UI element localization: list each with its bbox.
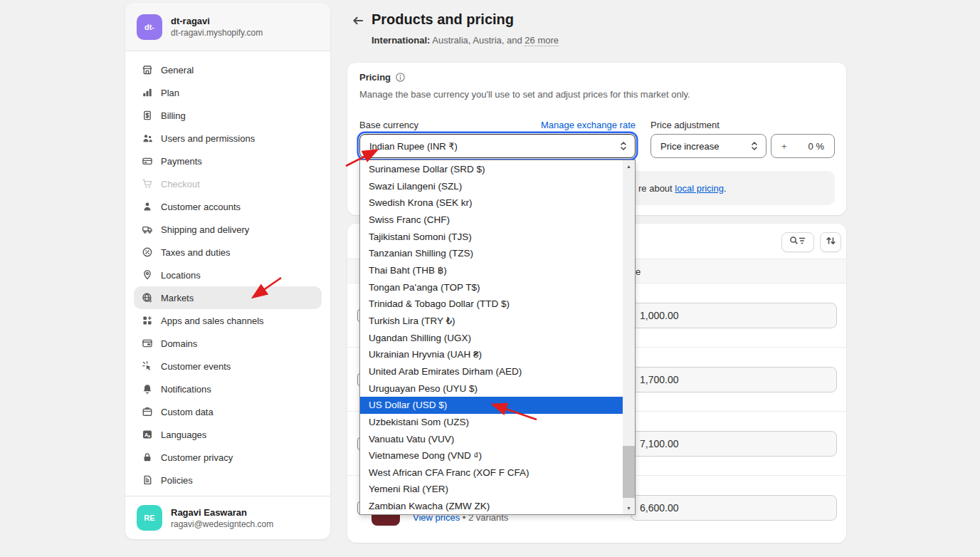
sidebar-item-label: Policies xyxy=(161,475,193,486)
apps-grid-icon xyxy=(141,315,154,326)
scrollbar-thumb[interactable] xyxy=(623,446,635,498)
manage-exchange-rate-link[interactable]: Manage exchange rate xyxy=(541,120,636,130)
map-pin-icon xyxy=(141,269,154,281)
currency-option[interactable]: Vietnamese Dong (VND ₫) xyxy=(360,447,623,464)
store-name: dt-ragavi xyxy=(171,16,263,26)
truck-icon xyxy=(141,224,154,235)
sidebar-item-shipping-and-delivery[interactable]: Shipping and delivery xyxy=(134,218,322,241)
sidebar-item-billing[interactable]: Billing xyxy=(134,104,322,127)
sidebar-item-taxes-and-duties[interactable]: Taxes and duties xyxy=(134,241,322,264)
page-title: Products and pricing xyxy=(372,11,514,28)
sidebar-item-label: Languages xyxy=(161,430,206,440)
currency-option[interactable]: Zambian Kwacha (ZMW ZK) xyxy=(360,498,623,514)
users-icon xyxy=(141,132,154,144)
sidebar-item-domains[interactable]: Domains xyxy=(134,332,322,355)
pricing-title-text: Pricing xyxy=(359,72,391,83)
data-box-icon xyxy=(141,406,154,417)
price-input[interactable]: 1,700.00 xyxy=(631,367,837,392)
percent-prefix: + xyxy=(781,141,787,152)
translate-icon: Aa xyxy=(141,429,154,440)
currency-option[interactable]: Uruguayan Peso (UYU $) xyxy=(360,380,623,397)
currency-option[interactable]: Surinamese Dollar (SRD $) xyxy=(360,161,623,178)
document-icon xyxy=(141,474,154,486)
currency-option[interactable]: Ugandan Shilling (UGX) xyxy=(360,330,623,347)
currency-option[interactable]: Vanuatu Vatu (VUV) xyxy=(360,431,623,448)
billing-icon xyxy=(141,110,154,121)
currency-option[interactable]: Swiss Franc (CHF) xyxy=(360,212,623,229)
currency-option[interactable]: Trinidad & Tobago Dollar (TTD $) xyxy=(360,296,623,313)
base-currency-value: Indian Rupee (INR ₹) xyxy=(369,141,458,152)
currency-option[interactable]: West African CFA Franc (XOF F CFA) xyxy=(360,464,623,481)
payments-icon xyxy=(141,155,154,167)
currency-option[interactable]: Swazi Lilangeni (SZL) xyxy=(360,178,623,195)
currency-option[interactable]: Tongan Pa'anga (TOP T$) xyxy=(360,279,623,296)
sidebar-item-plan[interactable]: Plan xyxy=(134,81,322,104)
account-footer[interactable]: RE Ragavi Easwaran ragavi@wedesigntech.c… xyxy=(125,496,330,539)
sidebar-item-label: Customer privacy xyxy=(161,452,233,463)
price-input[interactable]: 1,000.00 xyxy=(631,303,837,328)
sidebar-item-apps-and-sales-channels[interactable]: Apps and sales channels xyxy=(134,309,322,332)
sidebar-item-general[interactable]: General xyxy=(134,58,322,81)
price-input[interactable]: 7,100.00 xyxy=(631,431,837,457)
pricing-description: Manage the base currency you'll use to s… xyxy=(359,89,690,100)
scroll-down-icon[interactable]: ▼ xyxy=(623,502,635,514)
sidebar-item-customer-events[interactable]: Customer events xyxy=(134,355,322,378)
sidebar-item-users-and-permissions[interactable]: Users and permissions xyxy=(134,127,322,150)
adjustment-type-select[interactable]: Price increase xyxy=(650,134,766,158)
currency-option[interactable]: Tanzanian Shilling (TZS) xyxy=(360,245,623,262)
currency-option[interactable]: United Arab Emirates Dirham (AED) xyxy=(360,363,623,380)
currency-option[interactable]: Tajikistani Somoni (TJS) xyxy=(360,229,623,246)
sidebar-item-policies[interactable]: Policies xyxy=(134,469,322,491)
sidebar-item-label: Payments xyxy=(161,156,202,167)
info-icon[interactable] xyxy=(395,72,406,83)
store-icon xyxy=(141,64,154,76)
settings-sidebar: dt- dt-ragavi dt-ragavi.myshopify.com Ge… xyxy=(125,3,330,539)
currency-option[interactable]: Turkish Lira (TRY ₺) xyxy=(360,313,623,330)
back-button[interactable] xyxy=(350,14,366,30)
sidebar-item-customer-accounts[interactable]: Customer accounts xyxy=(134,195,322,218)
scroll-up-icon[interactable]: ▲ xyxy=(623,160,635,172)
base-currency-label: Base currency xyxy=(359,120,418,130)
currency-option-selected[interactable]: US Dollar (USD $) xyxy=(360,397,623,414)
market-countries: Australia, Austria, and xyxy=(430,35,525,46)
search-filter-button[interactable] xyxy=(781,232,814,252)
sidebar-item-label: Domains xyxy=(161,338,197,349)
store-domain: dt-ragavi.myshopify.com xyxy=(171,28,263,38)
price-adjustment-label: Price adjustment xyxy=(650,120,720,130)
sidebar-item-label: Customer events xyxy=(161,361,231,372)
sidebar-item-payments[interactable]: Payments xyxy=(134,150,322,172)
sidebar-item-notifications[interactable]: Notifications xyxy=(134,378,322,400)
sidebar-item-label: Billing xyxy=(161,110,186,121)
sidebar-item-markets[interactable]: $Markets xyxy=(134,286,322,309)
page-subtitle: International: Australia, Austria, and 2… xyxy=(372,35,559,46)
sidebar-item-label: General xyxy=(161,65,194,76)
user-meta: Ragavi Easwaran ragavi@wedesigntech.com xyxy=(171,507,273,529)
base-currency-select[interactable]: Indian Rupee (INR ₹) xyxy=(359,134,636,158)
currency-option[interactable]: Thai Baht (THB ฿) xyxy=(360,262,623,279)
price-column-header-fragment: e xyxy=(636,266,641,277)
select-chevrons-icon xyxy=(750,140,759,152)
currency-option[interactable]: Uzbekistani Som (UZS) xyxy=(360,414,623,431)
store-switcher[interactable]: dt- dt-ragavi dt-ragavi.myshopify.com xyxy=(125,3,330,51)
currency-option[interactable]: Ukrainian Hryvnia (UAH ₴) xyxy=(360,346,623,363)
sidebar-item-label: Taxes and duties xyxy=(161,247,231,258)
user-name: Ragavi Easwaran xyxy=(171,507,273,518)
dropdown-scrollbar[interactable]: ▲ ▼ xyxy=(623,160,635,514)
local-pricing-link[interactable]: local pricing xyxy=(675,183,724,194)
sidebar-item-checkout: Checkout xyxy=(134,172,322,195)
currency-option[interactable]: Swedish Krona (SEK kr) xyxy=(360,194,623,212)
currency-dropdown: Surinamese Dollar (SRD $)Swazi Lilangeni… xyxy=(359,160,636,515)
currency-option[interactable]: Yemeni Rial (YER) xyxy=(360,481,623,498)
sidebar-item-locations[interactable]: Locations xyxy=(134,264,322,286)
percent-value: 0 % xyxy=(808,141,824,152)
sidebar-item-customer-privacy[interactable]: Customer privacy xyxy=(134,446,322,469)
sidebar-item-languages[interactable]: AaLanguages xyxy=(134,423,322,446)
settings-nav: GeneralPlanBillingUsers and permissionsP… xyxy=(125,51,330,491)
sidebar-item-custom-data[interactable]: Custom data xyxy=(134,400,322,423)
adjustment-percent-input[interactable]: + 0 % xyxy=(771,134,835,158)
sidebar-item-label: Customer accounts xyxy=(161,202,241,212)
lock-icon xyxy=(141,452,154,463)
price-input[interactable]: 6,600.00 xyxy=(631,495,837,521)
more-countries-link[interactable]: 26 more xyxy=(525,35,559,46)
sort-button[interactable] xyxy=(820,232,841,252)
